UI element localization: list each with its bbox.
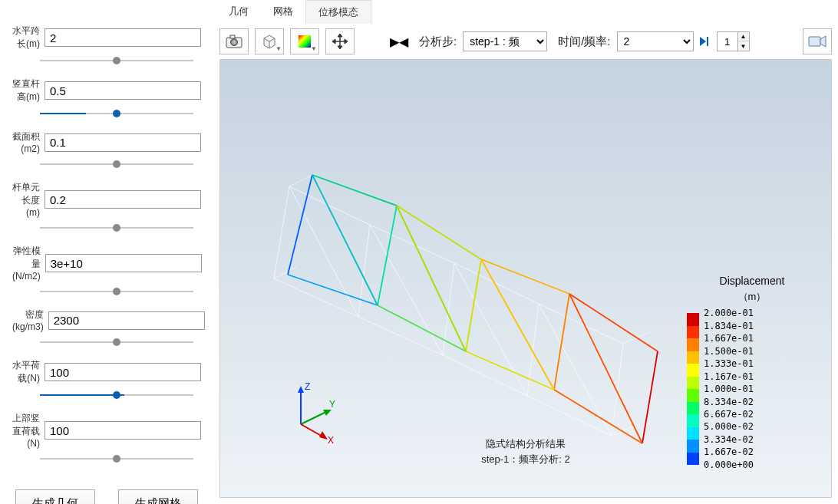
svg-marker-15 — [700, 37, 706, 46]
svg-line-27 — [539, 304, 612, 436]
svg-line-41 — [378, 206, 397, 305]
svg-line-34 — [481, 259, 569, 294]
param-slider-1[interactable] — [40, 107, 193, 120]
time-label: 时间/频率: — [558, 35, 610, 49]
svg-line-51 — [301, 411, 328, 424]
svg-line-38 — [466, 351, 554, 390]
main-panel: 几何网格位移模态 ▼ ▼ ▶◀ 分析步: step-1 : 频 时间/频率: 2 — [213, 0, 838, 504]
viewport-caption: 隐式结构分析结果 step-1：频率分析: 2 — [481, 436, 570, 466]
param-slider-6[interactable] — [40, 388, 193, 402]
svg-text:Z: Z — [305, 382, 310, 392]
legend-tick: 5.000e-02 — [704, 420, 754, 433]
svg-marker-11 — [338, 34, 342, 37]
param-label: 杆单元长度(m) — [12, 181, 45, 218]
legend-tick: 1.500e-01 — [704, 344, 754, 357]
param-label: 水平跨长(m) — [12, 25, 45, 51]
svg-line-42 — [466, 259, 481, 351]
svg-marker-54 — [319, 431, 328, 440]
svg-marker-13 — [332, 39, 335, 44]
param-slider-5[interactable] — [40, 335, 193, 349]
param-slider-3[interactable] — [40, 221, 193, 235]
svg-line-24 — [289, 186, 358, 317]
legend-tick: 1.667e-01 — [704, 332, 754, 344]
param-slider-7[interactable] — [40, 452, 193, 466]
svg-point-3 — [233, 41, 236, 44]
svg-rect-8 — [299, 35, 311, 48]
svg-line-19 — [274, 186, 289, 278]
svg-line-23 — [612, 344, 623, 436]
param-input-1[interactable] — [45, 81, 201, 100]
frame-spinner[interactable]: 1 ▲▼ — [717, 31, 750, 51]
svg-marker-50 — [298, 386, 304, 393]
param-slider-4[interactable] — [40, 285, 193, 298]
camera-icon[interactable] — [219, 28, 249, 54]
legend-tick: 2.000e-01 — [704, 307, 754, 319]
legend-tick: 3.334e-02 — [704, 433, 754, 446]
time-select[interactable]: 2 — [617, 31, 694, 51]
tab-1[interactable]: 网格 — [261, 0, 305, 24]
svg-marker-12 — [338, 46, 342, 49]
param-input-6[interactable] — [45, 363, 201, 381]
toolbar: ▼ ▼ ▶◀ 分析步: step-1 : 频 时间/频率: 2 1 ▲▼ — [213, 24, 838, 59]
param-input-4[interactable] — [45, 254, 202, 272]
param-input-7[interactable] — [45, 421, 201, 440]
svg-line-43 — [554, 294, 569, 390]
param-input-3[interactable] — [45, 190, 201, 209]
video-camera-icon[interactable] — [803, 28, 832, 54]
param-label: 密度(kg/m3) — [12, 308, 48, 332]
step-back-icon[interactable]: ▶◀ — [390, 35, 408, 49]
svg-line-28 — [289, 175, 312, 186]
svg-text:Y: Y — [329, 399, 335, 410]
svg-marker-14 — [345, 39, 348, 44]
legend-tick: 1.000e-01 — [704, 383, 754, 395]
tabs: 几何网格位移模态 — [213, 0, 838, 24]
legend-tick: 1.667e-02 — [704, 446, 754, 458]
param-slider-0[interactable] — [40, 54, 193, 68]
legend-tick: 1.167e-01 — [704, 370, 754, 382]
svg-line-44 — [642, 351, 658, 443]
spin-up-icon[interactable]: ▲ — [738, 32, 749, 41]
colormap-icon[interactable]: ▼ — [290, 28, 319, 54]
move-icon[interactable] — [325, 28, 355, 54]
generate-geometry-button[interactable]: 生成几何 — [15, 489, 95, 504]
cube-view-icon[interactable]: ▼ — [255, 28, 284, 54]
step-label: 分析步: — [419, 35, 457, 49]
param-label: 水平荷载(N) — [12, 359, 45, 385]
param-input-5[interactable] — [48, 311, 205, 330]
axis-triad: Z Y X — [282, 382, 343, 443]
tab-2[interactable]: 位移模态 — [305, 0, 371, 24]
svg-rect-16 — [707, 37, 708, 46]
spin-down-icon[interactable]: ▼ — [738, 41, 749, 51]
legend-tick: 0.000e+00 — [704, 459, 754, 471]
svg-line-35 — [569, 294, 658, 351]
legend-tick: 1.333e-01 — [704, 357, 754, 370]
param-label: 竖直杆高(m) — [12, 77, 45, 104]
svg-line-26 — [454, 263, 527, 396]
svg-marker-18 — [820, 36, 826, 47]
svg-line-37 — [378, 305, 466, 351]
tab-0[interactable]: 几何 — [216, 0, 261, 24]
legend-tick: 6.667e-02 — [704, 408, 754, 420]
param-input-0[interactable] — [45, 28, 201, 47]
svg-line-21 — [443, 263, 454, 355]
svg-text:X: X — [328, 435, 334, 443]
color-legend: Displacement （m） 2.000e-011.834e-011.667… — [687, 275, 817, 471]
param-label: 弹性模量(N/m2) — [12, 245, 45, 282]
viewport-3d[interactable]: Z Y X 隐式结构分析结果 step-1：频率分析: 2 Displaceme… — [219, 59, 832, 498]
param-input-2[interactable] — [45, 133, 201, 152]
button-grid: 生成几何 生成网格 计算 一键计算 模态分析结果 — [12, 489, 201, 504]
legend-tick: 8.334e-02 — [704, 395, 754, 407]
svg-rect-1 — [230, 35, 235, 38]
step-select[interactable]: step-1 : 频 — [463, 31, 547, 51]
svg-line-47 — [481, 259, 554, 390]
generate-mesh-button[interactable]: 生成网格 — [118, 489, 198, 504]
svg-rect-17 — [809, 37, 820, 46]
param-label: 上部竖直荷载(N) — [12, 412, 45, 449]
seek-end-icon[interactable] — [700, 38, 711, 45]
legend-tick: 1.834e-01 — [704, 319, 754, 331]
param-label: 截面积(m2) — [12, 130, 45, 154]
param-slider-2[interactable] — [40, 157, 193, 171]
sidebar: 水平跨长(m) 竖直杆高(m) 截面积(m2) 杆单元长度(m) 弹性模量(N/… — [0, 0, 213, 504]
